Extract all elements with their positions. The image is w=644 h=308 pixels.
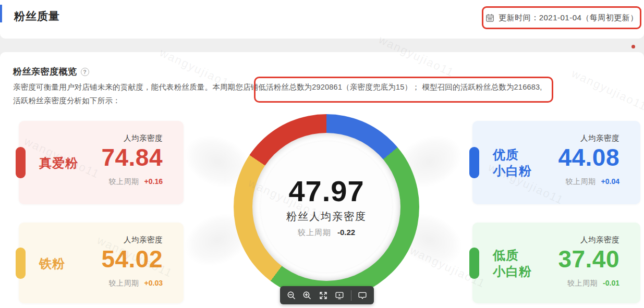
card-quality-newbie-fans: 优质 小白粉 人均亲密度 44.08 较上周期 +0.04 [472,121,640,204]
compare-delta: +0.04 [601,177,619,186]
compare-delta: +0.16 [144,177,163,186]
compare-row: 较上周期 +0.03 [109,279,163,288]
card-label-line1: 真爱粉 [39,155,78,171]
description-line-2: 活跃粉丝亲密度分析如下所示： [13,96,120,105]
section-description: 亲密度可衡量用户对店铺未来的贡献度，能代表粉丝质量。本周期您店铺低活粉丝总数为2… [13,80,542,107]
title-accent-bar [0,5,2,22]
intimacy-donut-chart: 47.97 粉丝人均亲密度 较上周期 -0.22 [234,114,419,300]
donut-compare-label: 较上周期 [298,228,331,238]
metric-value: 37.40 [558,245,619,273]
compare-delta: -0.01 [603,279,619,287]
metric-label: 人均亲密度 [124,235,163,245]
card-color-tab [16,147,26,178]
chart-toolbar [280,286,374,304]
help-icon[interactable]: ? [81,68,89,76]
card-color-tab [469,147,479,178]
compare-row: 较上周期 +0.16 [109,177,163,187]
section-header: 粉丝亲密度概览 ? [13,66,89,78]
compare-label: 较上周期 [567,279,598,288]
comment-icon[interactable] [358,291,367,300]
donut-value: 47.97 [288,176,364,206]
card-color-tab [16,248,26,279]
page-header: 粉丝质量 更新时间：2021-01-04（每周初更新） [0,0,644,39]
card-label: 铁粉 [39,255,65,271]
section-title: 粉丝亲密度概览 [13,66,77,78]
fan-quality-page: 粉丝质量 更新时间：2021-01-04（每周初更新） 粉丝亲密度概 [0,0,644,308]
card-label-line2: 小白粉 [493,163,532,179]
fullscreen-icon[interactable] [319,291,328,300]
metric-label: 人均亲密度 [580,235,619,245]
compare-row: 较上周期 -0.01 [567,279,619,288]
compare-label: 较上周期 [109,177,139,187]
compare-label: 较上周期 [109,279,139,288]
update-time-text: 更新时间：2021-01-04（每周初更新） [499,13,638,23]
card-color-tab [469,248,479,279]
card-true-love-fans: 真爱粉 人均亲密度 74.84 较上周期 +0.16 [19,121,184,204]
metric-label: 人均亲密度 [124,133,163,143]
card-label: 优质 小白粉 [493,146,532,179]
compare-delta: +0.03 [144,279,163,287]
donut-center-text: 47.97 粉丝人均亲密度 较上周期 -0.22 [234,114,419,300]
page-title: 粉丝质量 [14,9,60,23]
toolbar-divider [351,290,351,301]
card-label-line1: 低质 [493,247,532,263]
compare-row: 较上周期 +0.04 [566,177,619,187]
card-label: 低质 小白粉 [493,247,532,279]
red-dot-marker [631,45,635,48]
update-time-annotation: 更新时间：2021-01-04（每周初更新） [482,6,641,29]
donut-label: 粉丝人均亲密度 [286,210,367,224]
description-line-1: 亲密度可衡量用户对店铺未来的贡献度，能代表粉丝质量。本周期您店铺低活粉丝总数为2… [13,83,542,91]
presentation-play-icon[interactable] [335,291,344,300]
card-label-line1: 铁粉 [39,255,65,271]
card-label: 真爱粉 [39,155,78,171]
calendar-icon [485,13,494,22]
card-label-line2: 小白粉 [493,263,532,279]
compare-label: 较上周期 [566,177,596,187]
metric-value: 44.08 [558,144,619,171]
metric-label: 人均亲密度 [580,133,619,143]
metric-value: 74.84 [101,144,163,171]
card-low-quality-newbie-fans: 低质 小白粉 人均亲密度 37.40 较上周期 -0.01 [472,223,640,303]
card-iron-fans: 铁粉 人均亲密度 54.02 较上周期 +0.03 [19,223,184,303]
donut-compare-delta: -0.22 [337,228,355,237]
metric-value: 54.02 [101,245,163,273]
zoom-in-icon[interactable] [302,291,312,300]
card-label-line1: 优质 [493,146,532,163]
zoom-out-icon[interactable] [287,291,296,300]
fan-intimacy-panel: 粉丝亲密度概览 ? 亲密度可衡量用户对店铺未来的贡献度，能代表粉丝质量。本周期您… [0,52,644,308]
donut-compare-row: 较上周期 -0.22 [298,228,355,238]
